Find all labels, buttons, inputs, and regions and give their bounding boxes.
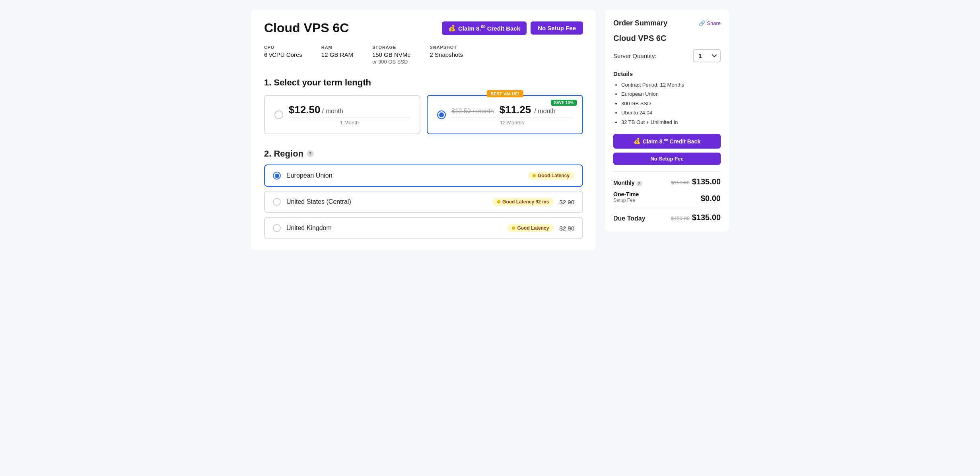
region-item-uk[interactable]: United Kingdom Good Latency $2.90 [264, 217, 583, 239]
order-summary-sidebar: Order Summary 🔗 Share Cloud VPS 6C Serve… [605, 10, 729, 232]
onetime-pricing-row: One-Time Setup Fee $0.00 [613, 191, 721, 203]
term-option-1month[interactable]: $12.50 / month 1 Month [264, 95, 420, 134]
region-name-us: United States (Central) [286, 198, 487, 205]
latency-label-uk: Good Latency [517, 225, 549, 231]
spec-ram-value: 12 GB RAM [321, 51, 353, 58]
spec-storage-sub: or 300 GB SSD [372, 59, 411, 65]
server-qty-row: Server Quantity: 1 2 3 [613, 49, 721, 62]
spec-storage-label: STORAGE [372, 45, 411, 50]
term-price-old-12month: $12.50 / month [451, 108, 494, 115]
region-price-us: $2.90 [559, 199, 574, 205]
latency-badge-eu: Good Latency [528, 172, 574, 180]
spec-storage: STORAGE 150 GB NVMe or 300 GB SSD [372, 45, 411, 65]
sidebar-title: Order Summary [613, 19, 667, 27]
term-price-12month: $11.25 [500, 104, 531, 116]
latency-label-eu: Good Latency [538, 173, 570, 178]
latency-badge-uk: Good Latency [507, 224, 554, 232]
detail-os: Ubuntu 24.04 [621, 108, 721, 117]
no-setup-fee-badge: No Setup Fee [531, 21, 583, 35]
detail-bandwidth: 32 TB Out + Unlimited In [621, 118, 721, 127]
monthly-label-group: Monthly ? [613, 180, 642, 186]
page-title: Cloud VPS 6C [264, 21, 349, 35]
monthly-pricing-row: Monthly ? $150.00 $135.00 [613, 177, 721, 186]
term-price-1month: $12.50 [289, 104, 321, 116]
spec-snapshot: SNAPSHOT 2 Snapshots [430, 45, 463, 65]
monthly-new-price: $135.00 [692, 177, 721, 186]
detail-region: European Union [621, 89, 721, 99]
sidebar-no-setup-badge: No Setup Fee [613, 153, 721, 165]
region-title-text: 2. Region [264, 149, 303, 159]
details-label: Details [613, 70, 721, 77]
region-price-uk: $2.90 [559, 225, 574, 232]
term-radio-12month [437, 110, 446, 119]
term-unit-1month: / month [322, 108, 343, 115]
region-item-eu[interactable]: European Union Good Latency [264, 164, 583, 187]
sidebar-product-name: Cloud VPS 6C [613, 34, 721, 43]
due-today-row: Due Today $150.00 $135.00 [613, 208, 721, 222]
term-radio-1month [274, 110, 283, 119]
latency-dot-eu [533, 174, 536, 177]
best-value-badge: BEST VALUE! [486, 90, 523, 97]
spec-storage-value: 150 GB NVMe [372, 51, 411, 58]
monthly-old-price: $150.00 [671, 180, 690, 186]
monthly-label: Monthly ? [613, 180, 642, 186]
server-qty-select[interactable]: 1 2 3 [693, 49, 721, 62]
term-section: 1. Select your term length $12.50 / mont… [264, 77, 583, 134]
term-info-12month: $12.50 / month $11.25 / month 12 Months [451, 104, 573, 126]
money-bag-icon: 💰 [448, 25, 456, 32]
onetime-sublabel: Setup Fee [613, 197, 639, 203]
onetime-label-group: One-Time Setup Fee [613, 191, 639, 203]
due-value: $150.00 $135.00 [671, 213, 721, 222]
sidebar-header: Order Summary 🔗 Share [613, 19, 721, 27]
due-old-price: $150.00 [671, 215, 690, 221]
spec-cpu: CPU 6 vCPU Cores [264, 45, 302, 65]
latency-dot-uk [512, 226, 515, 230]
pricing-table: Monthly ? $150.00 $135.00 One-Time Setup… [613, 171, 721, 222]
details-section: Details Contract Period: 12 Months Europ… [613, 70, 721, 127]
share-link[interactable]: 🔗 Share [699, 20, 721, 26]
term-options: $12.50 / month 1 Month BEST VALUE! SAVE … [264, 95, 583, 134]
share-label: Share [707, 20, 721, 26]
region-help-icon[interactable]: ? [307, 150, 314, 157]
region-radio-eu [273, 172, 281, 180]
header-row: Cloud VPS 6C 💰 Claim 8.00 Credit Back No… [264, 21, 583, 35]
term-info-1month: $12.50 / month 1 Month [289, 104, 410, 126]
due-new-price: $135.00 [692, 213, 721, 222]
sidebar-credit-label: Claim 8.00 Credit Back [643, 138, 700, 145]
term-unit-12month: / month [534, 108, 555, 115]
sidebar-claim-credit-button[interactable]: 💰 Claim 8.00 Credit Back [613, 134, 721, 149]
save-10-badge: SAVE 10% [551, 100, 577, 106]
header-badges: 💰 Claim 8.00 Credit Back No Setup Fee [442, 21, 583, 35]
main-content: Cloud VPS 6C 💰 Claim 8.00 Credit Back No… [251, 10, 596, 250]
spec-ram: RAM 12 GB RAM [321, 45, 353, 65]
spec-snapshot-value: 2 Snapshots [430, 51, 463, 58]
term-section-title: 1. Select your term length [264, 77, 583, 88]
monthly-value: $150.00 $135.00 [671, 177, 721, 186]
sidebar-money-bag-icon: 💰 [634, 138, 640, 144]
server-qty-label: Server Quantity: [613, 52, 656, 59]
region-section-title: 2. Region ? [264, 149, 583, 159]
credit-back-label: Claim 8.00 Credit Back [458, 25, 520, 32]
region-list: European Union Good Latency United State… [264, 164, 583, 239]
detail-contract: Contract Period: 12 Months [621, 80, 721, 89]
region-item-us[interactable]: United States (Central) Good Latency 92 … [264, 191, 583, 213]
monthly-help-icon[interactable]: ? [636, 181, 642, 186]
latency-label-us: Good Latency 92 ms [502, 199, 549, 205]
specs-row: CPU 6 vCPU Cores RAM 12 GB RAM STORAGE 1… [264, 45, 583, 65]
spec-cpu-label: CPU [264, 45, 302, 50]
latency-dot-us [497, 200, 500, 203]
due-label: Due Today [613, 215, 646, 222]
region-name-uk: United Kingdom [286, 224, 502, 232]
region-name-eu: European Union [286, 172, 522, 179]
claim-credit-button[interactable]: 💰 Claim 8.00 Credit Back [442, 21, 527, 35]
region-section: 2. Region ? European Union Good Latency … [264, 149, 583, 239]
onetime-value: $0.00 [701, 194, 721, 203]
term-option-12month[interactable]: BEST VALUE! SAVE 10% $12.50 / month $11.… [427, 95, 583, 134]
spec-snapshot-label: SNAPSHOT [430, 45, 463, 50]
spec-cpu-value: 6 vCPU Cores [264, 51, 302, 58]
term-period-1month: 1 Month [289, 118, 410, 126]
region-radio-us [273, 198, 281, 206]
latency-badge-us: Good Latency 92 ms [492, 198, 554, 206]
term-period-12month: 12 Months [451, 118, 573, 126]
detail-storage: 300 GB SSD [621, 99, 721, 108]
